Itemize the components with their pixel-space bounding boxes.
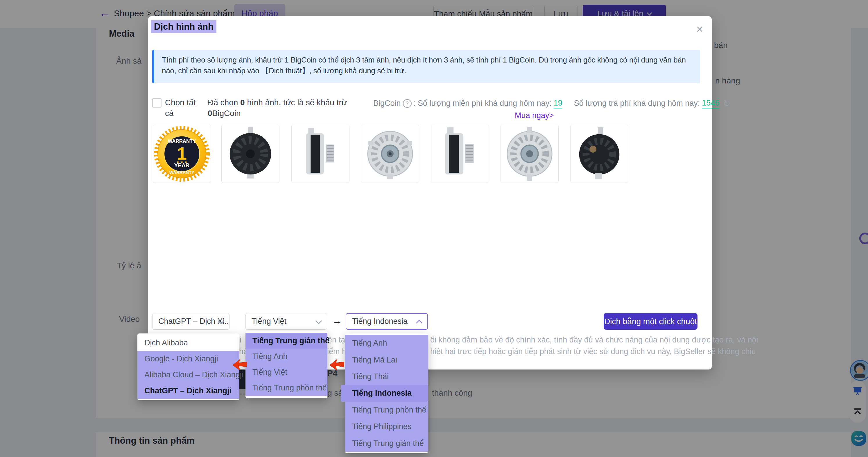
product-image-alternator[interactable]: [291, 125, 349, 183]
question-icon[interactable]: ?: [403, 99, 412, 108]
target-select-value: Tiếng Indonesia: [352, 317, 408, 326]
menu-item[interactable]: Tiếng Thái: [345, 368, 428, 385]
product-image-alternator[interactable]: [361, 125, 419, 183]
product-image-warranty-badge[interactable]: WARRANTY 1 YEAR WARRANTY ★ ★ ★: [153, 125, 211, 183]
bigcoin-quota-row: BigCoin ? : Số lượng miễn phí khả dụng h…: [373, 98, 730, 109]
close-icon[interactable]: ×: [696, 23, 703, 35]
chevron-up-icon: [416, 320, 423, 326]
direction-arrow-icon: →: [332, 315, 342, 327]
deduct-unit: BigCoin: [212, 109, 241, 118]
free-quota-label: Số lượng miễn phí khả dụng hôm nay:: [418, 99, 552, 108]
refresh-icon[interactable]: ↻: [723, 98, 730, 109]
paid-quota-label: Số lượng trả phí khả dụng hôm nay:: [574, 99, 700, 108]
menu-item[interactable]: Tiếng Trung phồn thể: [245, 380, 328, 396]
red-annotation-arrow: [329, 358, 345, 372]
selected-count: 0: [240, 98, 245, 107]
screen: ← Shopee > Chỉnh sửa sản phẩm Hộp pháp T…: [0, 0, 868, 457]
disclaimer-fragment: i: [240, 336, 241, 344]
menu-item[interactable]: Tiếng Trung giản thể: [345, 435, 428, 452]
deduct-count: 0: [208, 109, 212, 118]
disclaimer-fragment: ện tạ: [328, 336, 345, 344]
menu-item-selected[interactable]: Tiếng Trung giản thể: [245, 333, 328, 348]
translate-one-click-button[interactable]: Dịch bằng một click chuột: [603, 313, 698, 330]
modal-title: Dịch hình ảnh: [151, 20, 216, 33]
source-language-select[interactable]: Tiếng Việt: [245, 313, 327, 330]
menu-item-selected[interactable]: Tiếng Indonesia: [341, 385, 428, 401]
product-image-alternator[interactable]: [221, 125, 279, 183]
bigcoin-label: BigCoin: [373, 99, 401, 108]
select-all-label[interactable]: Chọn tất cả: [165, 97, 201, 119]
badge-bottom-text: WARRANTY: [169, 170, 194, 175]
product-image-alternator[interactable]: [431, 125, 489, 183]
source-language-dropdown-menu: Tiếng Trung giản thể Tiếng Anh Tiếng Việ…: [245, 332, 328, 398]
target-language-select[interactable]: Tiếng Indonesia: [346, 313, 428, 330]
menu-item[interactable]: Tiếng Trung phồn thể: [345, 402, 428, 418]
menu-item[interactable]: Tiếng Anh: [245, 348, 328, 364]
image-translate-modal: Dịch hình ảnh × Tính phí theo số lượng ả…: [148, 16, 712, 370]
menu-item[interactable]: Tiếng Anh: [345, 335, 428, 351]
badge-stars: ★ ★ ★: [176, 160, 188, 164]
disclaimer-line: ổi không đảm bảo về độ chính xác, tính đ…: [430, 336, 758, 344]
product-image-alternator[interactable]: [500, 125, 559, 183]
chevron-down-icon: [315, 318, 322, 324]
menu-item[interactable]: Dịch Alibaba: [137, 335, 239, 351]
pricing-notice-banner: Tính phí theo số lượng ảnh, khấu trừ 1 B…: [152, 50, 700, 83]
colon: :: [414, 99, 416, 108]
free-quota-value[interactable]: 19: [554, 98, 562, 109]
red-annotation-arrow: [232, 358, 248, 372]
menu-item-selected[interactable]: ChatGPT – Dịch Xiangji: [137, 383, 239, 399]
paid-quota-value[interactable]: 1546: [702, 98, 719, 109]
selection-summary: Đã chọn 0 hình ảnh, tức là sẽ khấu trừ 0…: [208, 97, 354, 119]
select-all-checkbox[interactable]: [152, 98, 161, 108]
buy-now-link[interactable]: Mua ngay>: [515, 111, 554, 120]
disclaimer-fragment: iểm h: [327, 347, 346, 356]
target-language-dropdown-menu: Tiếng Anh Tiếng Mã Lai Tiếng Thái Tiếng …: [345, 334, 428, 453]
engine-dropdown-menu: Dịch Alibaba Google - Dịch Xiangji Aliba…: [137, 334, 239, 400]
source-select-value: Tiếng Việt: [252, 317, 286, 326]
menu-item[interactable]: Tiếng Philippines: [345, 418, 428, 435]
menu-item[interactable]: Alibaba Cloud – Dịch Xiangji: [137, 367, 239, 383]
product-image-alternator[interactable]: [570, 125, 628, 183]
summary-text: hình ảnh, tức là sẽ khấu trừ: [247, 98, 347, 107]
summary-text: Đã chọn: [208, 98, 238, 107]
engine-select[interactable]: ChatGPT – Dịch Xi...: [152, 313, 229, 330]
menu-item[interactable]: Google - Dịch Xiangji: [137, 351, 239, 367]
menu-item[interactable]: Tiếng Việt: [245, 364, 328, 380]
menu-item[interactable]: Tiếng Mã Lai: [345, 351, 428, 368]
disclaimer-line: hiệt hại trực tiếp hoặc gián tiếp phát s…: [430, 347, 756, 356]
